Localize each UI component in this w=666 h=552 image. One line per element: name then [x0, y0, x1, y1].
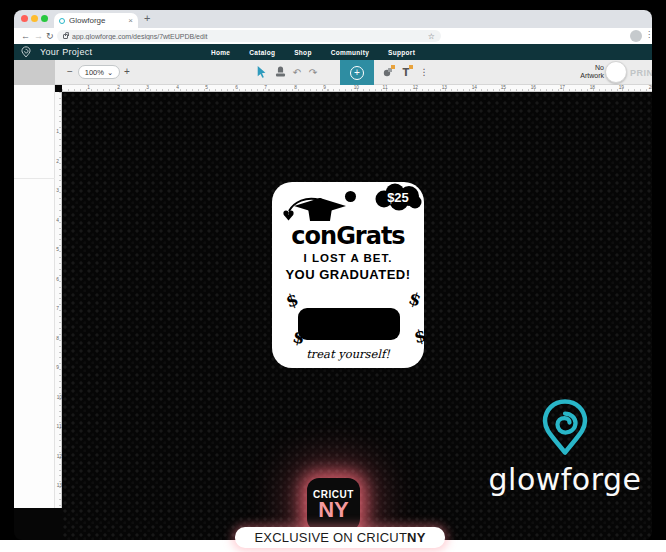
page-title: Your Project [40, 47, 92, 57]
glowforge-logo: glowforge [480, 398, 650, 497]
zoom-level-dropdown[interactable]: 100% ⌄ [78, 65, 120, 79]
glowforge-logo-icon [21, 46, 31, 58]
shapes-icon [382, 66, 394, 78]
url-text[interactable]: app.glowforge.com/designs/7wtEUPDB/edit [72, 33, 424, 40]
undo-button[interactable]: ↶ [290, 65, 304, 79]
browser-url-row: ← → ↻ app.glowforge.com/designs/7wtEUPDB… [14, 28, 652, 44]
pan-tool-button[interactable] [273, 65, 287, 79]
bookmark-star-icon[interactable]: ☆ [428, 32, 435, 41]
new-tab-button[interactable]: + [144, 12, 150, 24]
fullscreen-window-button[interactable] [41, 15, 48, 22]
app-nav-bar: Your Project Home Catalog Shop Community… [14, 44, 652, 60]
back-icon[interactable]: ← [21, 30, 30, 42]
no-artwork-label: No Artwork [559, 64, 604, 80]
exclusive-text-bold: NY [407, 530, 425, 545]
exclusive-text: EXCLUSIVE ON CRICUT [254, 530, 407, 545]
browser-avatar[interactable] [630, 30, 642, 42]
toolbar-corner-box [14, 60, 55, 85]
stamp-icon [275, 66, 286, 78]
insert-shape-button[interactable]: + [340, 60, 374, 85]
vertical-ruler: 12345678910111213 [55, 92, 62, 508]
print-preview-button[interactable] [605, 61, 627, 83]
cricut-ny-text: NY [318, 500, 349, 520]
nav-link-catalog[interactable]: Catalog [249, 49, 275, 56]
dollar-sign: $ [406, 288, 423, 311]
premium-shapes-button[interactable] [381, 65, 395, 79]
forward-icon[interactable]: → [34, 30, 43, 42]
price-text: $25 [387, 190, 409, 205]
redo-button[interactable]: ↷ [306, 65, 320, 79]
toolbar-menu-icon[interactable]: ⋮ [417, 65, 431, 79]
tab-title: Glowforge [69, 16, 124, 25]
dollar-sign: $ [283, 289, 301, 312]
design-line-1: I LOST A BET. [272, 252, 424, 264]
exclusive-banner: EXCLUSIVE ON CRICUTNY [235, 527, 445, 548]
cricut-ny-logo: CRICUT NY [307, 478, 360, 531]
glowforge-droplet-icon [541, 398, 589, 456]
design-line-2: YOU GRADUATED! [272, 267, 424, 282]
chevron-down-icon: ⌄ [107, 68, 113, 77]
premium-badge [391, 65, 395, 69]
tab-close-icon[interactable]: × [128, 17, 133, 25]
minimize-window-button[interactable] [31, 15, 38, 22]
price-cloud: $25 [373, 183, 423, 211]
app-nav-links: Home Catalog Shop Community Support [211, 49, 415, 56]
treat-yourself-text: treat yourself! [272, 347, 424, 361]
address-bar[interactable]: app.glowforge.com/designs/7wtEUPDB/edit … [57, 30, 441, 42]
gift-card-slot [298, 308, 400, 340]
nav-link-shop[interactable]: Shop [294, 49, 311, 56]
text-icon: T [400, 66, 412, 78]
browser-tab[interactable]: Glowforge × [54, 13, 138, 28]
glowforge-wordmark: glowforge [480, 462, 650, 497]
select-tool-button[interactable] [255, 65, 269, 79]
screenshot-stage: Glowforge × + ← → ↻ app.glowforge.com/de… [0, 0, 666, 552]
nav-link-support[interactable]: Support [388, 49, 415, 56]
close-window-button[interactable] [21, 15, 28, 22]
secure-lock-icon [63, 34, 68, 39]
nav-link-home[interactable]: Home [211, 49, 230, 56]
design-gift-card-holder[interactable]: $25 conGrats I LOST A BET. YOU GRADUATED… [272, 182, 424, 368]
zoom-out-button[interactable]: − [67, 66, 73, 77]
left-sidebar [14, 85, 55, 508]
zoom-level-value: 100% [85, 68, 104, 77]
browser-menu-icon[interactable]: ⋮ [645, 30, 652, 39]
sidebar-divider [14, 178, 55, 179]
text-tool-button[interactable]: T [399, 65, 413, 79]
browser-tab-bar: Glowforge × + [14, 10, 652, 28]
premium-badge [409, 65, 413, 69]
nav-link-community[interactable]: Community [331, 49, 369, 56]
cursor-icon [257, 66, 267, 78]
zoom-in-button[interactable]: + [124, 66, 130, 77]
horizontal-ruler: 1234567891011121314151617181920 [62, 85, 652, 92]
glowforge-favicon-icon [59, 18, 65, 24]
reload-icon[interactable]: ↻ [46, 30, 54, 42]
print-button[interactable]: PRINT [630, 68, 652, 78]
congrats-headline: conGrats [272, 222, 424, 250]
circle-plus-icon: + [350, 66, 364, 80]
editor-toolbar: − 100% ⌄ + ↶ ↷ + [14, 60, 652, 85]
